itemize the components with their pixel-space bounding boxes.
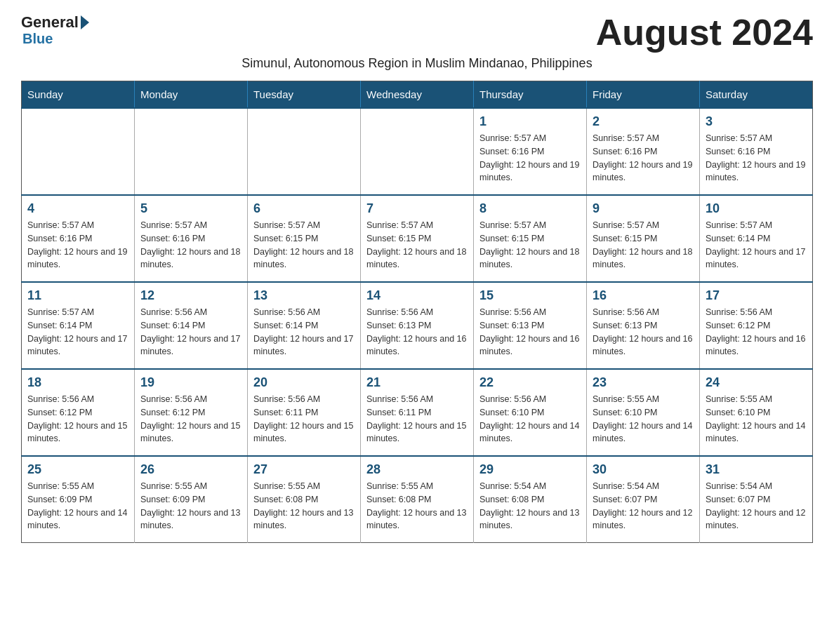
day-info-29: Sunrise: 5:54 AMSunset: 6:08 PMDaylight:… — [479, 480, 581, 532]
day-info-24: Sunrise: 5:55 AMSunset: 6:10 PMDaylight:… — [706, 393, 807, 445]
day-info-27: Sunrise: 5:55 AMSunset: 6:08 PMDaylight:… — [253, 480, 355, 532]
day-info-9: Sunrise: 5:57 AMSunset: 6:15 PMDaylight:… — [593, 219, 694, 271]
day-number-29: 29 — [479, 462, 581, 477]
day-info-13: Sunrise: 5:56 AMSunset: 6:14 PMDaylight:… — [253, 306, 355, 358]
header-thursday: Thursday — [474, 81, 587, 109]
day-number-17: 17 — [706, 288, 807, 303]
day-cell-22: 22Sunrise: 5:56 AMSunset: 6:10 PMDayligh… — [474, 369, 587, 456]
day-number-3: 3 — [706, 114, 807, 129]
day-info-11: Sunrise: 5:57 AMSunset: 6:14 PMDaylight:… — [27, 306, 128, 358]
day-number-27: 27 — [253, 462, 355, 477]
page-subtitle: Simunul, Autonomous Region in Muslim Min… — [21, 56, 813, 71]
day-cell-15: 15Sunrise: 5:56 AMSunset: 6:13 PMDayligh… — [474, 282, 587, 369]
day-number-6: 6 — [253, 201, 355, 216]
day-info-1: Sunrise: 5:57 AMSunset: 6:16 PMDaylight:… — [479, 132, 581, 185]
empty-cell — [22, 108, 135, 195]
day-info-4: Sunrise: 5:57 AMSunset: 6:16 PMDaylight:… — [27, 219, 128, 271]
day-cell-16: 16Sunrise: 5:56 AMSunset: 6:13 PMDayligh… — [587, 282, 700, 369]
header-monday: Monday — [135, 81, 248, 109]
day-cell-1: 1Sunrise: 5:57 AMSunset: 6:16 PMDaylight… — [474, 108, 587, 195]
day-cell-12: 12Sunrise: 5:56 AMSunset: 6:14 PMDayligh… — [135, 282, 248, 369]
day-info-16: Sunrise: 5:56 AMSunset: 6:13 PMDaylight:… — [593, 306, 694, 358]
logo-arrow-icon — [81, 15, 89, 29]
day-number-14: 14 — [366, 288, 468, 303]
day-number-24: 24 — [706, 375, 807, 390]
day-number-7: 7 — [366, 201, 468, 216]
day-number-28: 28 — [366, 462, 468, 477]
day-number-22: 22 — [479, 375, 581, 390]
day-info-30: Sunrise: 5:54 AMSunset: 6:07 PMDaylight:… — [593, 480, 694, 532]
calendar-table: SundayMondayTuesdayWednesdayThursdayFrid… — [21, 81, 813, 543]
day-info-20: Sunrise: 5:56 AMSunset: 6:11 PMDaylight:… — [253, 393, 355, 445]
empty-cell — [248, 108, 361, 195]
day-info-3: Sunrise: 5:57 AMSunset: 6:16 PMDaylight:… — [706, 132, 807, 185]
week-row-4: 18Sunrise: 5:56 AMSunset: 6:12 PMDayligh… — [22, 369, 813, 456]
day-number-1: 1 — [479, 114, 581, 129]
day-number-31: 31 — [706, 462, 807, 477]
day-cell-7: 7Sunrise: 5:57 AMSunset: 6:15 PMDaylight… — [361, 195, 474, 282]
day-number-2: 2 — [593, 114, 694, 129]
days-of-week-row: SundayMondayTuesdayWednesdayThursdayFrid… — [22, 81, 813, 109]
day-cell-24: 24Sunrise: 5:55 AMSunset: 6:10 PMDayligh… — [700, 369, 813, 456]
day-cell-6: 6Sunrise: 5:57 AMSunset: 6:15 PMDaylight… — [248, 195, 361, 282]
day-number-12: 12 — [140, 288, 241, 303]
day-cell-14: 14Sunrise: 5:56 AMSunset: 6:13 PMDayligh… — [361, 282, 474, 369]
logo: General Blue — [21, 14, 89, 47]
day-cell-4: 4Sunrise: 5:57 AMSunset: 6:16 PMDaylight… — [22, 195, 135, 282]
week-row-3: 11Sunrise: 5:57 AMSunset: 6:14 PMDayligh… — [22, 282, 813, 369]
day-info-21: Sunrise: 5:56 AMSunset: 6:11 PMDaylight:… — [366, 393, 468, 445]
day-info-2: Sunrise: 5:57 AMSunset: 6:16 PMDaylight:… — [593, 132, 694, 185]
day-number-16: 16 — [593, 288, 694, 303]
day-number-23: 23 — [593, 375, 694, 390]
day-number-26: 26 — [140, 462, 241, 477]
day-number-11: 11 — [27, 288, 128, 303]
logo-general-text: General — [21, 14, 89, 31]
day-info-17: Sunrise: 5:56 AMSunset: 6:12 PMDaylight:… — [706, 306, 807, 358]
day-number-10: 10 — [706, 201, 807, 216]
day-cell-20: 20Sunrise: 5:56 AMSunset: 6:11 PMDayligh… — [248, 369, 361, 456]
header-saturday: Saturday — [700, 81, 813, 109]
day-number-19: 19 — [140, 375, 241, 390]
day-cell-11: 11Sunrise: 5:57 AMSunset: 6:14 PMDayligh… — [22, 282, 135, 369]
day-cell-9: 9Sunrise: 5:57 AMSunset: 6:15 PMDaylight… — [587, 195, 700, 282]
day-cell-2: 2Sunrise: 5:57 AMSunset: 6:16 PMDaylight… — [587, 108, 700, 195]
day-info-14: Sunrise: 5:56 AMSunset: 6:13 PMDaylight:… — [366, 306, 468, 358]
day-number-21: 21 — [366, 375, 468, 390]
week-row-5: 25Sunrise: 5:55 AMSunset: 6:09 PMDayligh… — [22, 456, 813, 543]
header-friday: Friday — [587, 81, 700, 109]
week-row-2: 4Sunrise: 5:57 AMSunset: 6:16 PMDaylight… — [22, 195, 813, 282]
day-info-18: Sunrise: 5:56 AMSunset: 6:12 PMDaylight:… — [27, 393, 128, 445]
calendar-header: SundayMondayTuesdayWednesdayThursdayFrid… — [22, 81, 813, 109]
day-info-22: Sunrise: 5:56 AMSunset: 6:10 PMDaylight:… — [479, 393, 581, 445]
month-title: August 2024 — [596, 14, 813, 51]
day-number-4: 4 — [27, 201, 128, 216]
day-cell-28: 28Sunrise: 5:55 AMSunset: 6:08 PMDayligh… — [361, 456, 474, 543]
day-info-26: Sunrise: 5:55 AMSunset: 6:09 PMDaylight:… — [140, 480, 241, 532]
day-cell-26: 26Sunrise: 5:55 AMSunset: 6:09 PMDayligh… — [135, 456, 248, 543]
day-number-13: 13 — [253, 288, 355, 303]
day-number-25: 25 — [27, 462, 128, 477]
day-cell-17: 17Sunrise: 5:56 AMSunset: 6:12 PMDayligh… — [700, 282, 813, 369]
day-info-8: Sunrise: 5:57 AMSunset: 6:15 PMDaylight:… — [479, 219, 581, 271]
day-number-15: 15 — [479, 288, 581, 303]
logo-blue-text: Blue — [22, 31, 53, 47]
day-cell-8: 8Sunrise: 5:57 AMSunset: 6:15 PMDaylight… — [474, 195, 587, 282]
day-cell-29: 29Sunrise: 5:54 AMSunset: 6:08 PMDayligh… — [474, 456, 587, 543]
header-wednesday: Wednesday — [361, 81, 474, 109]
day-number-30: 30 — [593, 462, 694, 477]
day-cell-25: 25Sunrise: 5:55 AMSunset: 6:09 PMDayligh… — [22, 456, 135, 543]
day-number-5: 5 — [140, 201, 241, 216]
day-cell-18: 18Sunrise: 5:56 AMSunset: 6:12 PMDayligh… — [22, 369, 135, 456]
day-info-23: Sunrise: 5:55 AMSunset: 6:10 PMDaylight:… — [593, 393, 694, 445]
day-cell-23: 23Sunrise: 5:55 AMSunset: 6:10 PMDayligh… — [587, 369, 700, 456]
day-info-5: Sunrise: 5:57 AMSunset: 6:16 PMDaylight:… — [140, 219, 241, 271]
day-info-7: Sunrise: 5:57 AMSunset: 6:15 PMDaylight:… — [366, 219, 468, 271]
empty-cell — [361, 108, 474, 195]
day-number-18: 18 — [27, 375, 128, 390]
day-cell-10: 10Sunrise: 5:57 AMSunset: 6:14 PMDayligh… — [700, 195, 813, 282]
day-info-6: Sunrise: 5:57 AMSunset: 6:15 PMDaylight:… — [253, 219, 355, 271]
day-number-20: 20 — [253, 375, 355, 390]
calendar-body: 1Sunrise: 5:57 AMSunset: 6:16 PMDaylight… — [22, 108, 813, 543]
day-cell-21: 21Sunrise: 5:56 AMSunset: 6:11 PMDayligh… — [361, 369, 474, 456]
day-cell-27: 27Sunrise: 5:55 AMSunset: 6:08 PMDayligh… — [248, 456, 361, 543]
